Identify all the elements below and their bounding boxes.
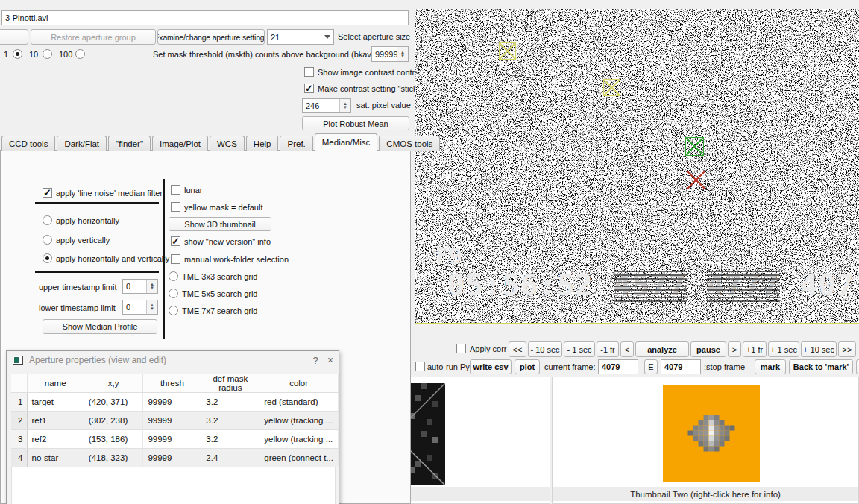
cell-name[interactable]: target (27, 393, 84, 412)
video-frame-view[interactable]: F9 05:56:52 4577 4777 40718 (415, 9, 859, 323)
table-row[interactable]: 1 target (420, 371) 99999 3.2 red (stand… (11, 393, 339, 412)
thumbnail-two-panel[interactable]: Thumbnail Two (right-click here for info… (552, 377, 859, 504)
col-color[interactable]: color (259, 374, 339, 393)
back-to-mark-button[interactable]: Back to 'mark' (789, 359, 853, 374)
autorun-pyote-checkbox[interactable] (415, 362, 425, 371)
jump-start-button[interactable]: << (509, 341, 526, 357)
analyze-button[interactable]: analyze (635, 341, 689, 357)
line-noise-filter-checkbox[interactable] (43, 188, 52, 198)
jump-end-button[interactable]: >> (838, 341, 856, 357)
stop-frame-input[interactable]: 4079 (661, 359, 701, 374)
examine-aperture-settings-button[interactable]: Examine/change aperture settings (157, 29, 265, 45)
show-3d-thumbnail-button[interactable]: Show 3D thumbnail (169, 217, 271, 231)
cell-thresh[interactable]: 99999 (143, 430, 201, 449)
cell-xy[interactable]: (153, 186) (84, 430, 143, 449)
tab-wcs[interactable]: WCS (210, 136, 245, 151)
col-radius[interactable]: def mask radius (201, 374, 259, 393)
minus-10-sec-button[interactable]: - 10 sec (528, 341, 562, 357)
show-contrast-checkbox[interactable] (304, 67, 314, 77)
step-back-button[interactable]: < (620, 341, 634, 357)
tab-ccd-tools[interactable]: CCD tools (1, 136, 55, 151)
aperture-marker-ref1-yellow[interactable] (603, 79, 620, 96)
aperture-size-select[interactable]: 21 (267, 29, 334, 45)
new-version-info-checkbox[interactable] (171, 236, 180, 246)
cell-xy[interactable]: (418, 323) (84, 449, 143, 467)
sat-pixel-spinbox[interactable]: 246 ▲▼ (302, 98, 351, 113)
cell-radius[interactable]: 3.2 (201, 412, 259, 430)
apply-both-radio[interactable] (43, 253, 52, 263)
cell-xy[interactable]: (420, 371) (84, 393, 143, 412)
spinner-down-icon: ▼ (150, 307, 154, 311)
tme-3x3-radio[interactable] (169, 271, 178, 281)
apply-horizontally-radio[interactable] (43, 215, 52, 225)
tab-dark-flat[interactable]: Dark/Flat (57, 136, 107, 151)
tab-median-misc[interactable]: Median/Misc (315, 133, 378, 151)
tab-image-plot[interactable]: Image/Plot (152, 136, 208, 151)
dialog-title-bar[interactable]: Aperture properties (view and edit) ? × (7, 351, 339, 369)
col-xy[interactable]: x,y (84, 374, 143, 393)
step-forward-button[interactable]: > (728, 341, 741, 357)
table-row[interactable]: 2 ref1 (302, 238) 99999 3.2 yellow (trac… (11, 412, 339, 430)
cell-thresh[interactable]: 99999 (143, 449, 201, 467)
cell-name[interactable]: ref1 (27, 412, 84, 430)
upper-timestamp-spinbox[interactable]: 0 ▲▼ (122, 279, 158, 294)
zoom-option-100-radio[interactable] (75, 49, 85, 59)
cell-color[interactable]: yellow (tracking ... (259, 430, 339, 449)
mask-threshold-spinbox[interactable]: 99999 ▲▼ (371, 46, 409, 62)
close-icon[interactable]: × (322, 354, 339, 366)
tme-7x7-radio[interactable] (169, 306, 178, 315)
separator (35, 271, 159, 273)
lower-timestamp-spinbox[interactable]: 0 ▲▼ (122, 300, 158, 315)
minus-1-sec-button[interactable]: - 1 sec (564, 341, 595, 357)
cell-name[interactable]: ref2 (27, 430, 84, 449)
manual-work-folder-checkbox[interactable] (171, 254, 180, 264)
yellow-mask-default-checkbox[interactable] (171, 202, 180, 212)
aperture-marker-no-star-green[interactable] (685, 137, 704, 156)
clear-data-button[interactable]: clear dat (856, 359, 859, 374)
table-row[interactable]: 4 no-star (418, 323) 99999 2.4 green (co… (11, 449, 339, 467)
minus-1-frame-button[interactable]: -1 fr (597, 341, 619, 357)
apply-corr-checkbox[interactable] (456, 344, 466, 353)
plot-button[interactable]: plot (515, 359, 540, 374)
cell-thresh[interactable]: 99999 (143, 412, 201, 430)
plus-1-frame-button[interactable]: +1 fr (743, 341, 767, 357)
plus-10-sec-button[interactable]: + 10 sec (801, 341, 837, 357)
write-csv-button[interactable]: write csv (470, 359, 512, 374)
cell-xy[interactable]: (302, 238) (84, 412, 143, 430)
aperture-marker-ref2-yellow[interactable] (499, 42, 516, 60)
current-frame-input[interactable]: 4079 (598, 359, 638, 374)
cell-color[interactable]: green (connect t... (259, 449, 339, 467)
show-median-profile-button[interactable]: Show Median Profile (43, 319, 157, 334)
cell-name[interactable]: no-star (27, 449, 84, 467)
help-icon[interactable]: ? (309, 355, 322, 366)
lunar-checkbox[interactable] (171, 185, 180, 195)
tab-pref[interactable]: Pref. (280, 136, 312, 151)
stub-button[interactable] (0, 29, 28, 45)
mark-button[interactable]: mark (755, 359, 786, 374)
cell-color[interactable]: red (standard) (259, 393, 339, 412)
cell-radius[interactable]: 2.4 (201, 449, 259, 467)
tme-5x5-radio[interactable] (169, 289, 178, 298)
pause-button[interactable]: pause (690, 341, 726, 357)
table-row[interactable]: 3 ref2 (153, 186) 99999 3.2 yellow (trac… (11, 430, 339, 449)
tab-cmos-tools[interactable]: CMOS tools (379, 136, 440, 151)
aperture-marker-target-red[interactable] (687, 171, 705, 189)
cell-thresh[interactable]: 99999 (143, 393, 201, 412)
col-thresh[interactable]: thresh (143, 374, 201, 393)
cell-color[interactable]: yellow (tracking ... (259, 412, 339, 430)
e-button[interactable]: E (644, 359, 658, 374)
col-name[interactable]: name (27, 374, 84, 393)
cell-radius[interactable]: 3.2 (201, 430, 259, 449)
tab-help[interactable]: Help (246, 136, 279, 151)
zoom-option-10-radio[interactable] (43, 49, 52, 59)
zoom-option-1-radio[interactable] (13, 49, 22, 59)
restore-aperture-group-button[interactable]: Restore aperture group (31, 29, 156, 45)
apply-vertically-radio[interactable] (43, 235, 52, 245)
cell-radius[interactable]: 3.2 (201, 393, 259, 412)
plot-robust-mean-button[interactable]: Plot Robust Mean (302, 116, 409, 130)
plus-1-sec-button[interactable]: + 1 sec (768, 341, 799, 357)
tab-finder[interactable]: "finder" (108, 136, 151, 151)
thumbnail-two-mask-image[interactable] (663, 385, 760, 482)
filename-input[interactable]: 3-Pinotti.avi (1, 10, 409, 25)
sticky-contrast-checkbox[interactable] (304, 84, 314, 93)
